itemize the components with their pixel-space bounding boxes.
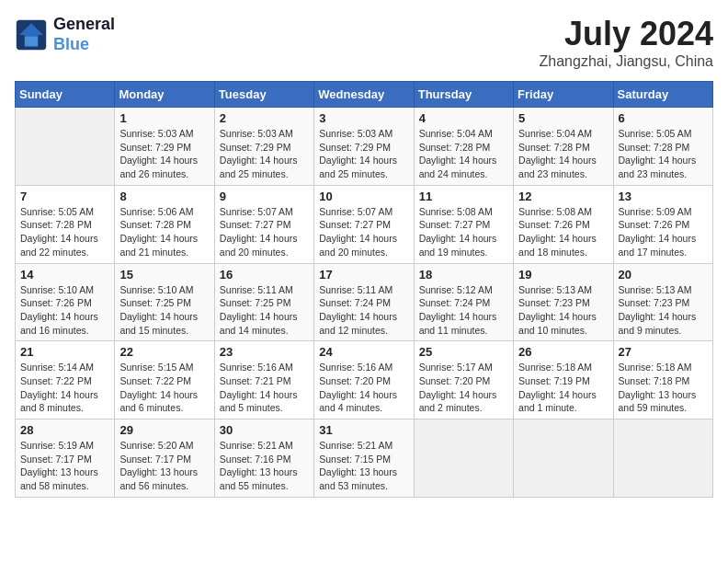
logo-icon (15, 18, 48, 52)
day-info: Sunrise: 5:18 AMSunset: 7:18 PMDaylight:… (619, 361, 708, 415)
day-number: 6 (619, 111, 708, 125)
logo: General Blue (15, 15, 115, 54)
week-row: 7Sunrise: 5:05 AMSunset: 7:28 PMDaylight… (16, 185, 713, 263)
day-info: Sunrise: 5:16 AMSunset: 7:20 PMDaylight:… (319, 361, 408, 415)
day-number: 23 (220, 345, 309, 359)
day-cell (514, 419, 613, 498)
day-cell: 8Sunrise: 5:06 AMSunset: 7:28 PMDaylight… (115, 185, 214, 263)
day-cell: 10Sunrise: 5:07 AMSunset: 7:27 PMDayligh… (314, 185, 414, 263)
calendar-body: 1Sunrise: 5:03 AMSunset: 7:29 PMDaylight… (16, 108, 713, 498)
day-info: Sunrise: 5:13 AMSunset: 7:23 PMDaylight:… (619, 283, 708, 338)
day-info: Sunrise: 5:13 AMSunset: 7:23 PMDaylight:… (518, 283, 608, 338)
day-info: Sunrise: 5:11 AMSunset: 7:25 PMDaylight:… (220, 283, 309, 338)
day-cell: 28Sunrise: 5:19 AMSunset: 7:17 PMDayligh… (16, 419, 115, 498)
header-cell-tuesday: Tuesday (214, 82, 313, 108)
header-cell-monday: Monday (115, 82, 214, 108)
day-number: 27 (619, 345, 708, 359)
day-cell (613, 419, 712, 498)
day-cell: 6Sunrise: 5:05 AMSunset: 7:28 PMDaylight… (613, 108, 712, 186)
day-cell: 30Sunrise: 5:21 AMSunset: 7:16 PMDayligh… (214, 419, 313, 498)
day-info: Sunrise: 5:03 AMSunset: 7:29 PMDaylight:… (119, 127, 209, 181)
day-info: Sunrise: 5:18 AMSunset: 7:19 PMDaylight:… (518, 361, 608, 415)
day-cell: 20Sunrise: 5:13 AMSunset: 7:23 PMDayligh… (613, 263, 712, 341)
week-row: 1Sunrise: 5:03 AMSunset: 7:29 PMDaylight… (16, 108, 713, 186)
day-number: 13 (619, 190, 708, 203)
day-number: 31 (319, 423, 408, 437)
day-info: Sunrise: 5:10 AMSunset: 7:26 PMDaylight:… (20, 283, 109, 338)
day-info: Sunrise: 5:15 AMSunset: 7:22 PMDaylight:… (119, 361, 209, 415)
day-number: 26 (518, 345, 608, 359)
day-info: Sunrise: 5:04 AMSunset: 7:28 PMDaylight:… (419, 127, 508, 181)
day-info: Sunrise: 5:04 AMSunset: 7:28 PMDaylight:… (518, 127, 608, 181)
calendar-table: SundayMondayTuesdayWednesdayThursdayFrid… (15, 81, 713, 498)
day-number: 24 (319, 345, 408, 359)
day-info: Sunrise: 5:16 AMSunset: 7:21 PMDaylight:… (220, 361, 309, 415)
day-info: Sunrise: 5:06 AMSunset: 7:28 PMDaylight:… (119, 205, 209, 259)
day-cell: 7Sunrise: 5:05 AMSunset: 7:28 PMDaylight… (16, 185, 115, 263)
calendar-header: SundayMondayTuesdayWednesdayThursdayFrid… (16, 82, 713, 108)
header-cell-friday: Friday (514, 82, 613, 108)
day-number: 19 (518, 268, 608, 282)
day-cell: 1Sunrise: 5:03 AMSunset: 7:29 PMDaylight… (115, 108, 214, 186)
day-number: 29 (119, 423, 209, 437)
header-cell-saturday: Saturday (613, 82, 712, 108)
day-cell: 29Sunrise: 5:20 AMSunset: 7:17 PMDayligh… (115, 419, 214, 498)
header-cell-thursday: Thursday (414, 82, 513, 108)
day-cell: 4Sunrise: 5:04 AMSunset: 7:28 PMDaylight… (414, 108, 513, 186)
day-number: 1 (119, 111, 209, 125)
title-block: July 2024 Zhangzhai, Jiangsu, China (540, 15, 713, 70)
day-cell: 12Sunrise: 5:08 AMSunset: 7:26 PMDayligh… (514, 185, 613, 263)
day-cell: 21Sunrise: 5:14 AMSunset: 7:22 PMDayligh… (16, 341, 115, 419)
day-cell: 9Sunrise: 5:07 AMSunset: 7:27 PMDaylight… (214, 185, 313, 263)
location: Zhangzhai, Jiangsu, China (540, 53, 713, 70)
day-info: Sunrise: 5:21 AMSunset: 7:16 PMDaylight:… (220, 439, 309, 493)
day-info: Sunrise: 5:12 AMSunset: 7:24 PMDaylight:… (419, 283, 508, 338)
day-cell: 14Sunrise: 5:10 AMSunset: 7:26 PMDayligh… (16, 263, 115, 341)
day-info: Sunrise: 5:08 AMSunset: 7:26 PMDaylight:… (518, 205, 608, 259)
day-cell: 5Sunrise: 5:04 AMSunset: 7:28 PMDaylight… (514, 108, 613, 186)
day-cell: 17Sunrise: 5:11 AMSunset: 7:24 PMDayligh… (314, 263, 414, 341)
day-number: 22 (119, 345, 209, 359)
day-info: Sunrise: 5:17 AMSunset: 7:20 PMDaylight:… (419, 361, 508, 415)
day-info: Sunrise: 5:14 AMSunset: 7:22 PMDaylight:… (20, 361, 109, 415)
day-number: 16 (220, 268, 309, 282)
month-year: July 2024 (540, 15, 713, 53)
day-cell: 15Sunrise: 5:10 AMSunset: 7:25 PMDayligh… (115, 263, 214, 341)
day-cell (414, 419, 513, 498)
day-cell: 19Sunrise: 5:13 AMSunset: 7:23 PMDayligh… (514, 263, 613, 341)
day-cell (16, 108, 115, 186)
week-row: 21Sunrise: 5:14 AMSunset: 7:22 PMDayligh… (16, 341, 713, 419)
day-cell: 18Sunrise: 5:12 AMSunset: 7:24 PMDayligh… (414, 263, 513, 341)
day-number: 8 (119, 190, 209, 203)
day-number: 28 (20, 423, 109, 437)
day-info: Sunrise: 5:19 AMSunset: 7:17 PMDaylight:… (20, 439, 109, 493)
day-number: 11 (419, 190, 508, 203)
day-cell: 31Sunrise: 5:21 AMSunset: 7:15 PMDayligh… (314, 419, 414, 498)
day-info: Sunrise: 5:07 AMSunset: 7:27 PMDaylight:… (220, 205, 309, 259)
day-cell: 16Sunrise: 5:11 AMSunset: 7:25 PMDayligh… (214, 263, 313, 341)
day-number: 5 (518, 111, 608, 125)
day-number: 4 (419, 111, 508, 125)
day-cell: 23Sunrise: 5:16 AMSunset: 7:21 PMDayligh… (214, 341, 313, 419)
week-row: 28Sunrise: 5:19 AMSunset: 7:17 PMDayligh… (16, 419, 713, 498)
day-number: 17 (319, 268, 408, 282)
day-info: Sunrise: 5:09 AMSunset: 7:26 PMDaylight:… (619, 205, 708, 259)
day-info: Sunrise: 5:10 AMSunset: 7:25 PMDaylight:… (119, 283, 209, 338)
day-number: 25 (419, 345, 508, 359)
day-number: 21 (20, 345, 109, 359)
day-cell: 22Sunrise: 5:15 AMSunset: 7:22 PMDayligh… (115, 341, 214, 419)
day-cell: 25Sunrise: 5:17 AMSunset: 7:20 PMDayligh… (414, 341, 513, 419)
day-number: 10 (319, 190, 408, 203)
header-cell-sunday: Sunday (16, 82, 115, 108)
day-number: 7 (20, 190, 109, 203)
day-info: Sunrise: 5:03 AMSunset: 7:29 PMDaylight:… (319, 127, 408, 181)
day-cell: 27Sunrise: 5:18 AMSunset: 7:18 PMDayligh… (613, 341, 712, 419)
day-number: 15 (119, 268, 209, 282)
header-row: SundayMondayTuesdayWednesdayThursdayFrid… (16, 82, 713, 108)
day-cell: 24Sunrise: 5:16 AMSunset: 7:20 PMDayligh… (314, 341, 414, 419)
day-cell: 11Sunrise: 5:08 AMSunset: 7:27 PMDayligh… (414, 185, 513, 263)
logo-text: General Blue (53, 15, 115, 54)
day-number: 30 (220, 423, 309, 437)
day-number: 20 (619, 268, 708, 282)
day-number: 2 (220, 111, 309, 125)
